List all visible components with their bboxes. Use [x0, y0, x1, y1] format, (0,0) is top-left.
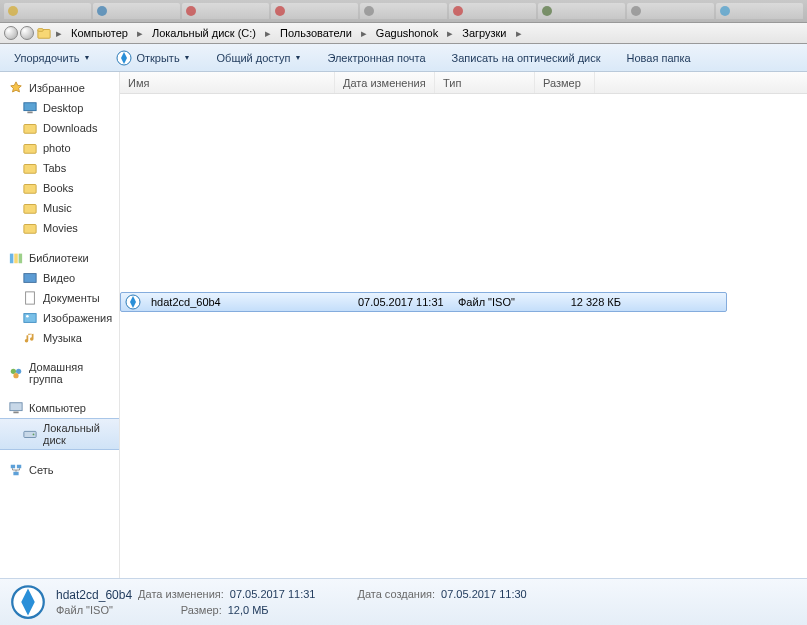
- chevron-right-icon[interactable]: ▸: [359, 27, 369, 40]
- share-button[interactable]: Общий доступ ▼: [211, 48, 308, 68]
- breadcrumb-item[interactable]: Загрузки: [457, 24, 511, 42]
- svg-rect-1: [38, 29, 43, 32]
- daemon-tools-icon: [10, 584, 46, 620]
- file-type: Файл "ISO": [452, 296, 552, 308]
- breadcrumb-item[interactable]: Локальный диск (C:): [147, 24, 261, 42]
- email-label: Электронная почта: [327, 52, 425, 64]
- address-bar: ▸ Компьютер ▸ Локальный диск (C:) ▸ Поль…: [0, 22, 807, 44]
- tab-stub[interactable]: [360, 3, 447, 19]
- column-headers: Имя Дата изменения Тип Размер: [120, 72, 807, 94]
- sidebar-item-music[interactable]: Music: [0, 198, 119, 218]
- svg-point-17: [26, 315, 29, 318]
- svg-rect-22: [13, 412, 18, 414]
- tab-stub[interactable]: [271, 3, 358, 19]
- breadcrumb-item[interactable]: Gagushonok: [371, 24, 443, 42]
- svg-rect-8: [24, 185, 36, 194]
- svg-rect-10: [24, 225, 36, 234]
- chevron-right-icon[interactable]: ▸: [54, 27, 64, 40]
- svg-rect-21: [10, 403, 22, 411]
- tab-stub[interactable]: [538, 3, 625, 19]
- tab-stub[interactable]: [716, 3, 803, 19]
- svg-rect-25: [11, 465, 15, 469]
- file-list[interactable]: hdat2cd_60b4 07.05.2017 11:31 Файл "ISO"…: [120, 94, 807, 578]
- network-label: Сеть: [29, 464, 53, 476]
- column-name[interactable]: Имя: [120, 72, 335, 93]
- tab-stub[interactable]: [93, 3, 180, 19]
- sidebar-item-video[interactable]: Видео: [0, 268, 119, 288]
- sidebar-item-music-lib[interactable]: Музыка: [0, 328, 119, 348]
- chevron-right-icon[interactable]: ▸: [445, 27, 455, 40]
- folder-icon: [22, 221, 38, 235]
- details-filename: hdat2cd_60b4: [56, 588, 132, 602]
- open-label: Открыть: [136, 52, 179, 64]
- sidebar-item-desktop[interactable]: Desktop: [0, 98, 119, 118]
- chevron-right-icon[interactable]: ▸: [135, 27, 145, 40]
- forward-button[interactable]: [20, 26, 34, 40]
- svg-rect-9: [24, 205, 36, 214]
- sidebar-item-movies[interactable]: Movies: [0, 218, 119, 238]
- folder-icon: [22, 181, 38, 195]
- svg-point-20: [13, 373, 18, 378]
- file-row[interactable]: hdat2cd_60b4 07.05.2017 11:31 Файл "ISO"…: [120, 292, 727, 312]
- tab-stub[interactable]: [449, 3, 536, 19]
- tab-stub[interactable]: [182, 3, 269, 19]
- sidebar-homegroup-header[interactable]: Домашняя группа: [0, 358, 119, 388]
- column-type[interactable]: Тип: [435, 72, 535, 93]
- documents-icon: [22, 291, 38, 305]
- burn-button[interactable]: Записать на оптический диск: [446, 48, 607, 68]
- burn-label: Записать на оптический диск: [452, 52, 601, 64]
- folder-icon: [22, 141, 38, 155]
- svg-rect-13: [19, 254, 23, 264]
- sidebar-item-pictures[interactable]: Изображения: [0, 308, 119, 328]
- computer-icon: [8, 401, 24, 415]
- details-mod-label: Дата изменения:: [138, 588, 224, 602]
- svg-rect-14: [24, 274, 36, 283]
- sidebar-item-tabs[interactable]: Tabs: [0, 158, 119, 178]
- file-size: 12 328 КБ: [552, 296, 627, 308]
- sidebar-network-header[interactable]: Сеть: [0, 460, 119, 480]
- details-pane: hdat2cd_60b4 Дата изменения: 07.05.2017 …: [0, 578, 807, 625]
- svg-point-19: [16, 369, 21, 374]
- chevron-down-icon: ▼: [83, 54, 90, 61]
- column-size[interactable]: Размер: [535, 72, 595, 93]
- sidebar-libraries-header[interactable]: Библиотеки: [0, 248, 119, 268]
- newfolder-button[interactable]: Новая папка: [621, 48, 697, 68]
- browser-tabs: [0, 0, 807, 22]
- details-created-value: 07.05.2017 11:30: [441, 588, 527, 602]
- breadcrumb-item[interactable]: Компьютер: [66, 24, 133, 42]
- pictures-icon: [22, 311, 38, 325]
- sidebar-item-localdisk[interactable]: Локальный диск: [0, 418, 119, 450]
- column-date[interactable]: Дата изменения: [335, 72, 435, 93]
- email-button[interactable]: Электронная почта: [321, 48, 431, 68]
- sidebar-computer-header[interactable]: Компьютер: [0, 398, 119, 418]
- open-button[interactable]: Открыть ▼: [110, 46, 196, 70]
- tab-stub[interactable]: [627, 3, 714, 19]
- svg-rect-11: [10, 254, 14, 264]
- chevron-right-icon[interactable]: ▸: [263, 27, 273, 40]
- sidebar-favorites-header[interactable]: Избранное: [0, 78, 119, 98]
- video-icon: [22, 271, 38, 285]
- sidebar-item-books[interactable]: Books: [0, 178, 119, 198]
- folder-icon: [22, 161, 38, 175]
- details-size-value: 12,0 МБ: [228, 604, 269, 616]
- main-area: Избранное Desktop Downloads photo Tabs B…: [0, 72, 807, 578]
- organize-label: Упорядочить: [14, 52, 79, 64]
- folder-icon: [22, 201, 38, 215]
- chevron-right-icon[interactable]: ▸: [514, 27, 524, 40]
- music-icon: [22, 331, 38, 345]
- svg-rect-27: [13, 472, 18, 476]
- tab-stub[interactable]: [4, 3, 91, 19]
- organize-button[interactable]: Упорядочить ▼: [8, 48, 96, 68]
- sidebar-item-photo[interactable]: photo: [0, 138, 119, 158]
- sidebar-item-documents[interactable]: Документы: [0, 288, 119, 308]
- breadcrumb-item[interactable]: Пользователи: [275, 24, 357, 42]
- chevron-down-icon: ▼: [294, 54, 301, 61]
- toolbar: Упорядочить ▼ Открыть ▼ Общий доступ ▼ Э…: [0, 44, 807, 72]
- svg-rect-4: [27, 112, 32, 114]
- daemon-tools-icon: [116, 50, 132, 66]
- sidebar-item-downloads[interactable]: Downloads: [0, 118, 119, 138]
- back-button[interactable]: [4, 26, 18, 40]
- svg-rect-16: [24, 314, 36, 323]
- svg-rect-7: [24, 165, 36, 174]
- details-size-label: Размер:: [181, 604, 222, 616]
